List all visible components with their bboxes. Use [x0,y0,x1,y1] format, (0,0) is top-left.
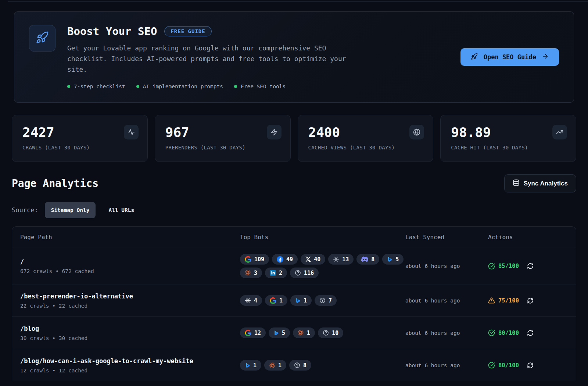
page-path-meta: 22 crawls • 22 cached [20,303,240,309]
page-path-meta: 672 crawls • 672 cached [20,268,240,274]
table-row[interactable]: /672 crawls • 672 cached1094940138532116… [12,248,576,284]
bot-badge-anthropic: 1 [293,327,315,338]
last-synced: about 6 hours ago [405,263,488,269]
bot-badge-anthropic: 1 [264,360,286,371]
top-divider [8,1,588,2]
bot-count: 1 [279,297,283,304]
bot-count: 2 [279,270,282,276]
stat-card-prerenders: 967 PRERENDERS (LAST 30 DAYS) [155,115,291,162]
refresh-button[interactable] [527,297,534,304]
banner-features: 7-step checklist AI implementation promp… [67,84,449,89]
last-synced: about 6 hours ago [405,362,488,368]
bot-badge-discord: 8 [356,254,379,265]
bot-count: 5 [282,330,285,336]
green-dot-icon [234,85,237,88]
page-path-link[interactable]: /best-prerender-io-alternative [20,293,240,300]
anthropic-icon [298,330,304,336]
gptbot-icon [245,297,251,304]
col-header-top-bots: Top Bots [240,234,405,241]
page-path-link[interactable]: /blog/how-can-i-ask-google-to-crawl-my-w… [20,357,240,365]
rocket-icon [36,31,49,46]
page-path-link[interactable]: /blog [20,325,240,332]
arrow-right-icon [542,53,549,61]
google-icon [270,297,276,304]
col-header-actions: Actions [488,234,568,241]
stat-card-cached-views: 2400 CACHED VIEWS (LAST 30 DAYS) [298,115,434,162]
discord-icon [361,256,368,263]
bot-badge-unknown: 10 [318,327,343,338]
banner-title: Boost Your SEO [67,25,157,38]
rocket-icon [471,53,478,61]
unknown-icon [294,362,300,368]
bot-badge-bing: 5 [269,327,290,338]
unknown-icon [323,330,329,336]
refresh-button[interactable] [527,362,534,369]
bot-count: 1 [253,362,257,369]
check-circle-icon [488,362,495,369]
top-bots-cell: 4117 [240,295,405,306]
feature-item: Free SEO tools [234,84,286,89]
bot-count: 1 [304,297,307,304]
stat-label: CACHE HIT (LAST 30 DAYS) [451,145,566,150]
refresh-icon [527,362,534,369]
col-header-last-synced: Last Synced [405,234,488,241]
page-path-meta: 30 crawls • 30 cached [20,335,240,341]
refresh-button[interactable] [527,263,534,269]
seo-score: 80/100 [488,329,519,336]
bot-badge-openai: 13 [328,254,354,265]
bot-count: 4 [254,297,257,304]
bing-icon [273,330,279,336]
page-path-meta: 12 crawls • 12 cached [20,368,240,373]
table-row[interactable]: /blog30 crawls • 30 cached125110about 6 … [12,316,576,349]
stat-label: CACHED VIEWS (LAST 30 DAYS) [308,145,423,150]
refresh-button[interactable] [527,330,534,336]
refresh-icon [527,330,534,336]
anthropic-icon [245,270,251,276]
page-analytics-table: Page Path Top Bots Last Synced Actions /… [12,226,576,381]
stat-label: CRAWLS (LAST 30 DAYS) [22,145,137,150]
score-value: 80/100 [498,362,519,369]
source-option-sitemap-only[interactable]: Sitemap Only [45,202,96,218]
page-path-link[interactable]: / [20,258,240,265]
linkedin-icon [270,270,276,276]
bot-badge-bing: 1 [240,360,261,371]
bot-badge-x: 40 [301,254,325,265]
bot-count: 40 [314,256,320,263]
seo-banner: Boost Your SEO FREE GUIDE Get your Lovab… [14,11,574,103]
table-row[interactable]: /best-prerender-io-alternative22 crawls … [12,284,576,316]
refresh-icon [527,263,534,269]
source-label: Source: [12,206,38,214]
warning-triangle-icon [488,297,495,304]
stat-value: 2427 [22,125,137,140]
open-seo-guide-button[interactable]: Open SEO Guide [460,48,559,66]
database-icon [513,179,520,188]
bot-count: 7 [329,297,332,304]
unknown-icon [319,297,326,304]
bing-icon [387,256,392,263]
seo-score: 80/100 [488,362,519,369]
bot-count: 3 [254,270,257,276]
bot-badge-unknown: 116 [290,268,319,278]
score-value: 75/100 [498,297,519,304]
bing-icon [245,362,250,369]
facebook-icon [277,256,283,263]
anthropic-icon [269,362,275,368]
bot-count: 1 [278,362,282,369]
seo-score: 75/100 [488,297,519,304]
bot-count: 8 [303,362,306,369]
source-option-all-urls[interactable]: All URLs [102,202,140,218]
bot-badge-bing: 1 [290,295,312,306]
openai-icon [333,256,339,262]
table-header-row: Page Path Top Bots Last Synced Actions [12,227,576,248]
last-synced: about 6 hours ago [405,330,488,336]
google-icon [245,256,251,263]
bot-count: 109 [254,256,264,263]
table-row[interactable]: /blog/how-can-i-ask-google-to-crawl-my-w… [12,349,576,381]
banner-description: Get your Lovable app ranking on Google w… [67,43,361,75]
stats-row: 2427 CRAWLS (LAST 30 DAYS) 967 PRERENDER… [12,115,576,162]
sync-analytics-button[interactable]: Sync Analytics [504,174,576,192]
score-value: 80/100 [498,330,519,336]
col-header-page-path: Page Path [20,234,240,241]
bot-badge-linkedin: 2 [265,268,287,278]
stat-card-cache-hit: 98.89 CACHE HIT (LAST 30 DAYS) [440,115,576,162]
